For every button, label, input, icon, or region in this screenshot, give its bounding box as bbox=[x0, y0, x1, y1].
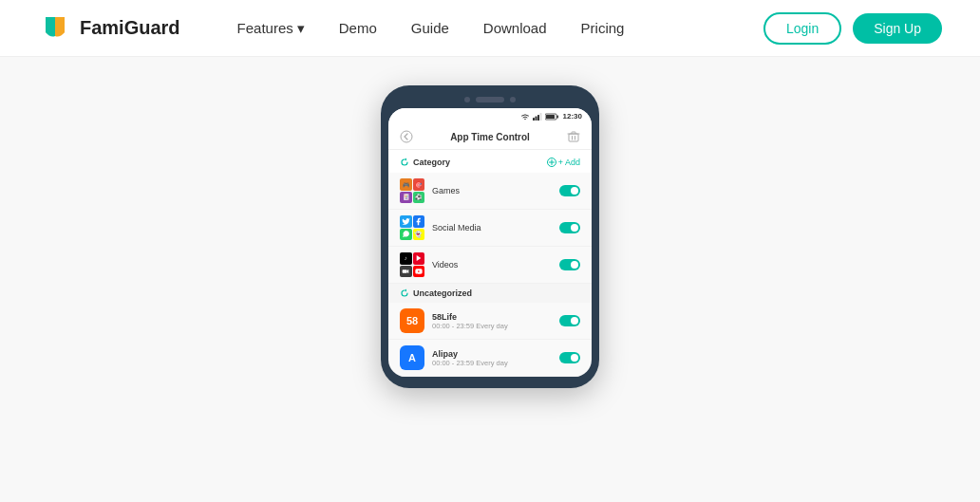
svg-rect-7 bbox=[556, 115, 558, 118]
videos-label: Videos bbox=[432, 260, 458, 270]
social-media-label: Social Media bbox=[432, 223, 481, 232]
snapchat-icon-cell: 👻 bbox=[413, 229, 425, 241]
back-icon[interactable] bbox=[400, 130, 413, 143]
videos-toggle[interactable] bbox=[559, 259, 580, 270]
58life-left: 58 58Life 00:00 - 23:59 Every day bbox=[400, 308, 508, 333]
alipay-time: 00:00 - 23:59 Every day bbox=[432, 359, 508, 367]
category-icon bbox=[400, 158, 409, 167]
games-label: Games bbox=[432, 186, 460, 195]
alipay-toggle[interactable] bbox=[559, 352, 580, 363]
main-content: 12:30 App Time Control bbox=[0, 57, 980, 502]
nav-demo[interactable]: Demo bbox=[339, 20, 377, 36]
videos-icon-grid: ♪ bbox=[400, 252, 424, 277]
svg-marker-13 bbox=[407, 270, 409, 273]
game-icon-1: 🎮 bbox=[400, 178, 412, 191]
add-button[interactable]: + Add bbox=[547, 158, 580, 167]
navbar: FamiGuard Features ▾ Demo Guide Download… bbox=[0, 0, 980, 57]
login-button[interactable]: Login bbox=[763, 12, 841, 45]
alipay-icon: A bbox=[400, 345, 424, 370]
logo-text: FamiGuard bbox=[80, 17, 180, 39]
add-circle-icon bbox=[547, 158, 556, 167]
svg-rect-4 bbox=[539, 113, 541, 121]
nav-guide[interactable]: Guide bbox=[411, 20, 449, 36]
videos-row: ♪ Videos bbox=[388, 247, 592, 284]
phone-screen: 12:30 App Time Control bbox=[388, 108, 592, 377]
social-media-row: 👻 Social Media bbox=[388, 210, 592, 247]
svg-marker-11 bbox=[416, 255, 421, 261]
chevron-down-icon: ▾ bbox=[297, 20, 305, 37]
svg-rect-2 bbox=[535, 116, 537, 121]
status-icons: 12:30 bbox=[520, 112, 582, 121]
video2-icon-cell bbox=[413, 252, 425, 265]
battery-icon bbox=[545, 113, 558, 121]
phone-top-bar bbox=[388, 97, 592, 102]
games-row-left: 🎮 🎯 🃏 ⚽ Games bbox=[400, 178, 460, 203]
games-row: 🎮 🎯 🃏 ⚽ Games bbox=[388, 173, 592, 210]
category-label: Category bbox=[400, 158, 450, 167]
58life-row: 58 58Life 00:00 - 23:59 Every day bbox=[388, 303, 592, 340]
svg-rect-3 bbox=[537, 115, 539, 121]
game-icon-3: 🃏 bbox=[400, 192, 412, 204]
games-toggle[interactable] bbox=[559, 185, 580, 196]
phone-dot-right bbox=[510, 97, 516, 102]
svg-rect-12 bbox=[403, 270, 407, 272]
nav-links: Features ▾ Demo Guide Download Pricing bbox=[237, 20, 763, 37]
wifi-icon bbox=[520, 113, 530, 121]
58life-toggle[interactable] bbox=[559, 315, 580, 326]
status-time: 12:30 bbox=[563, 112, 582, 121]
games-icon-grid: 🎮 🎯 🃏 ⚽ bbox=[400, 178, 424, 203]
category-section-header: Category + Add bbox=[388, 150, 592, 173]
phone-screen-title: App Time Control bbox=[450, 132, 530, 142]
logo-link[interactable]: FamiGuard bbox=[38, 11, 180, 46]
svg-point-8 bbox=[401, 131, 412, 142]
game-icon-4: ⚽ bbox=[413, 192, 425, 204]
signup-button[interactable]: Sign Up bbox=[853, 13, 942, 44]
phone-mockup: 12:30 App Time Control bbox=[381, 85, 599, 388]
alipay-info: Alipay 00:00 - 23:59 Every day bbox=[432, 349, 508, 367]
alipay-name: Alipay bbox=[432, 349, 508, 359]
social-media-toggle[interactable] bbox=[559, 222, 580, 233]
58life-info: 58Life 00:00 - 23:59 Every day bbox=[432, 312, 508, 330]
alipay-left: A Alipay 00:00 - 23:59 Every day bbox=[400, 345, 508, 370]
signal-icon bbox=[533, 113, 542, 121]
twitter-icon-cell bbox=[400, 215, 412, 228]
social-icon-grid: 👻 bbox=[400, 215, 424, 240]
youtube-icon-cell bbox=[413, 266, 425, 278]
58life-icon: 58 bbox=[400, 308, 424, 333]
video3-icon-cell bbox=[400, 266, 412, 278]
phone-speaker bbox=[476, 97, 504, 102]
nav-features[interactable]: Features ▾ bbox=[237, 20, 305, 37]
videos-row-left: ♪ Videos bbox=[400, 252, 458, 277]
alipay-row: A Alipay 00:00 - 23:59 Every day bbox=[388, 340, 592, 377]
nav-pricing[interactable]: Pricing bbox=[581, 20, 625, 36]
tiktok-icon-cell: ♪ bbox=[400, 252, 412, 265]
phone-app-header: App Time Control bbox=[388, 124, 592, 150]
facebook-icon-cell bbox=[413, 215, 425, 228]
game-icon-2: 🎯 bbox=[413, 178, 425, 191]
phone-status-bar: 12:30 bbox=[388, 108, 592, 124]
social-media-row-left: 👻 Social Media bbox=[400, 215, 481, 240]
whatsapp-icon-cell bbox=[400, 229, 412, 241]
logo-icon bbox=[38, 11, 72, 46]
phone-dot-left bbox=[464, 97, 470, 102]
svg-rect-1 bbox=[533, 118, 535, 121]
uncategorized-section: Uncategorized bbox=[388, 284, 592, 303]
svg-rect-6 bbox=[546, 115, 555, 119]
svg-rect-9 bbox=[569, 134, 578, 141]
trash-icon[interactable] bbox=[567, 130, 580, 143]
nav-actions: Login Sign Up bbox=[763, 12, 942, 45]
58life-name: 58Life bbox=[432, 312, 508, 322]
58life-time: 00:00 - 23:59 Every day bbox=[432, 322, 508, 330]
uncategorized-icon bbox=[400, 288, 409, 298]
nav-download[interactable]: Download bbox=[483, 20, 547, 36]
